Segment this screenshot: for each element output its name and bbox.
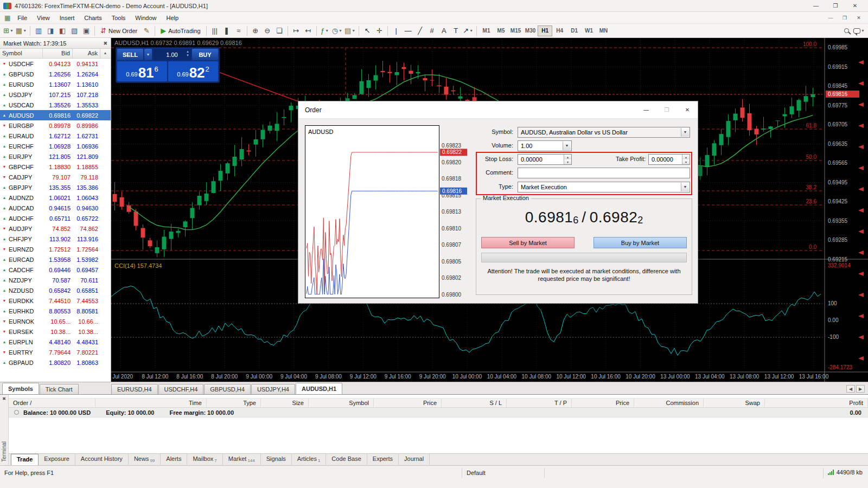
templates-button[interactable]: ▤▼ — [343, 25, 356, 37]
market-watch-row-eurgbp[interactable]: ▼EURGBP0.899780.89986 — [0, 120, 111, 131]
market-watch-row-usdcad[interactable]: ▲USDCAD1.355261.35533 — [0, 100, 111, 110]
market-watch-row-eurchf[interactable]: ▲EURCHF1.069281.06936 — [0, 141, 111, 151]
one-click-buy-button[interactable]: BUY — [192, 49, 218, 60]
one-click-sell-price[interactable]: 0.69816 — [117, 61, 167, 81]
order-dialog-titlebar[interactable]: Order — ❐ ✕ — [298, 101, 698, 119]
sell-by-market-button[interactable]: Sell by Market — [481, 237, 575, 248]
metaeditor-button[interactable]: ✎ — [141, 25, 152, 37]
terminal-column-swap[interactable]: Swap — [704, 399, 765, 407]
terminal-toggle[interactable]: ▧ — [68, 25, 80, 37]
one-click-sell-button[interactable]: SELL — [117, 49, 143, 60]
text-button[interactable]: A — [438, 25, 450, 37]
equidistant-channel-button[interactable]: # — [426, 25, 438, 37]
timeframe-m15-button[interactable]: M15 — [508, 25, 523, 36]
zoom-out-button[interactable]: ⊖ — [261, 25, 273, 37]
timeframe-h4-button[interactable]: H4 — [552, 25, 567, 36]
tab-scroll-right-icon[interactable]: ▶ — [856, 385, 865, 393]
terminal-tab-journal[interactable]: Journal — [399, 454, 430, 465]
chart-tab-usdchf-h4[interactable]: USDCHF,H4 — [158, 384, 204, 394]
arrows-button[interactable]: ↗▼ — [462, 25, 474, 37]
terminal-column-type[interactable]: Type — [207, 399, 261, 407]
horizontal-line-button[interactable]: — — [402, 25, 414, 37]
bar-chart-button[interactable]: ||| — [209, 25, 221, 37]
menu-file[interactable]: File — [12, 13, 32, 23]
market-watch-row-gbpjpy[interactable]: ▲GBPJPY135.355135.386 — [0, 182, 111, 192]
take-profit-spinner-icon[interactable]: ▲▼ — [682, 155, 690, 164]
terminal-tab-alerts[interactable]: Alerts — [161, 454, 187, 465]
child-close-button[interactable]: ✕ — [852, 13, 866, 23]
timeframe-h1-button[interactable]: H1 — [538, 25, 552, 36]
market-watch-row-eurhkd[interactable]: ▲EURHKD8.805538.80581 — [0, 306, 111, 316]
menu-tools[interactable]: Tools — [107, 13, 131, 23]
timeframe-m30-button[interactable]: M30 — [523, 25, 538, 36]
terminal-tab-mailbox[interactable]: Mailbox7 — [187, 454, 222, 465]
column-ask[interactable]: Ask — [73, 49, 100, 58]
chart-tab-gbpusd-h4[interactable]: GBPUSD,H4 — [204, 384, 251, 394]
market-watch-row-audcad[interactable]: ▲AUDCAD0.946150.94630 — [0, 203, 111, 213]
volume-select[interactable]: 1.00 ▼ — [518, 140, 572, 151]
market-watch-row-eurcad[interactable]: ▲EURCAD1.539581.53982 — [0, 254, 111, 265]
market-watch-row-cadjpy[interactable]: ▼CADJPY79.10779.118 — [0, 172, 111, 182]
market-watch-row-gbpchf[interactable]: ▼GBPCHF1.188301.18855 — [0, 162, 111, 172]
vertical-line-button[interactable]: | — [390, 25, 402, 37]
comment-input[interactable] — [518, 168, 690, 178]
terminal-tab-market[interactable]: Market144 — [223, 454, 261, 465]
terminal-close-icon[interactable]: ✖ — [0, 395, 8, 401]
one-click-volume-dropdown-icon[interactable]: ▼ — [144, 49, 152, 60]
new-order-button[interactable]: ⇵New Order — [97, 25, 141, 37]
chat-button[interactable]: ▼ — [852, 25, 866, 37]
market-watch-row-eurnzd[interactable]: ▼EURNZD1.725121.72564 — [0, 244, 111, 254]
trendline-button[interactable]: ╱ — [414, 25, 426, 37]
market-watch-row-nzdusd[interactable]: ▲NZDUSD0.658420.65851 — [0, 285, 111, 296]
market-watch-tab-tick-chart[interactable]: Tick Chart — [40, 384, 79, 394]
terminal-column-price[interactable]: Price — [572, 399, 634, 407]
indicators-button[interactable]: ƒ▼ — [319, 25, 331, 37]
market-watch-row-gbpaud[interactable]: ▲GBPAUD1.808201.80863 — [0, 357, 111, 368]
one-click-volume-input[interactable]: 1.00 ▲▼ — [153, 49, 191, 60]
timeframe-d1-button[interactable]: D1 — [567, 25, 582, 36]
market-watch-row-euraud[interactable]: ▲EURAUD1.627121.62731 — [0, 131, 111, 141]
chart-shift-button[interactable]: ↤ — [302, 25, 314, 37]
crosshair-button[interactable]: ✛ — [373, 25, 385, 37]
market-watch-row-eurtry[interactable]: ▼EURTRY7.796447.80221 — [0, 347, 111, 357]
terminal-column-symbol[interactable]: Symbol — [309, 399, 374, 407]
chart-tab-usdjpy-h4[interactable]: USDJPY,H4 — [251, 384, 295, 394]
candlestick-chart-button[interactable]: ❚ — [221, 25, 233, 37]
chart-tab-eurusd-h4[interactable]: EURUSD,H4 — [111, 384, 158, 394]
close-button[interactable]: ✕ — [845, 0, 865, 11]
market-watch-row-audusd[interactable]: ▲AUDUSD0.698160.69822 — [0, 110, 111, 120]
market-watch-tab-symbols[interactable]: Symbols — [2, 383, 39, 394]
timeframe-w1-button[interactable]: W1 — [582, 25, 596, 36]
terminal-tab-trade[interactable]: Trade — [11, 454, 39, 465]
market-watch-close-icon[interactable]: ✖ — [103, 41, 107, 46]
scroll-up-icon[interactable]: ▲ — [100, 49, 110, 58]
terminal-column-commission[interactable]: Commission — [634, 399, 704, 407]
status-profile[interactable]: Default — [462, 468, 545, 478]
market-watch-row-eursek[interactable]: ▼EURSEK10.38...10.38... — [0, 326, 111, 337]
timeframe-mn-button[interactable]: MN — [596, 25, 611, 36]
terminal-column-profit[interactable]: Profit — [765, 399, 868, 407]
market-watch-row-gbpusd[interactable]: ▲GBPUSD1.262561.26264 — [0, 69, 111, 79]
balance-row[interactable]: Balance: 10 000.00 USD Equity: 10 000.00… — [9, 408, 868, 418]
chart-tab-audusd-h1[interactable]: AUDUSD,H1 — [296, 383, 342, 394]
market-watch-row-audjpy[interactable]: ▼AUDJPY74.85274.862 — [0, 223, 111, 234]
terminal-tab-code-base[interactable]: Code Base — [326, 454, 367, 465]
tab-scroll-left-icon[interactable]: ◀ — [846, 385, 855, 393]
terminal-tab-exposure[interactable]: Exposure — [39, 454, 75, 465]
maximize-button[interactable]: ❐ — [826, 0, 845, 11]
market-watch-row-eurjpy[interactable]: ▲EURJPY121.805121.809 — [0, 151, 111, 162]
terminal-column-t-p[interactable]: T / P — [507, 399, 572, 407]
terminal-column-order-[interactable]: Order / — [9, 399, 95, 407]
market-watch-row-audchf[interactable]: ▲AUDCHF0.657110.65722 — [0, 213, 111, 223]
terminal-column-price[interactable]: Price — [374, 399, 442, 407]
market-watch-toggle[interactable]: ▥ — [33, 25, 44, 37]
volume-spinner-icon[interactable]: ▲▼ — [186, 50, 189, 57]
profiles-button[interactable]: ▦▼ — [15, 25, 28, 37]
market-watch-row-cadchf[interactable]: ▲CADCHF0.694460.69457 — [0, 265, 111, 275]
timeframe-m5-button[interactable]: M5 — [494, 25, 508, 36]
buy-by-market-button[interactable]: Buy by Market — [593, 237, 687, 248]
terminal-column-size[interactable]: Size — [261, 399, 309, 407]
search-button[interactable] — [840, 25, 852, 37]
strategy-tester-toggle[interactable]: ▣ — [80, 25, 92, 37]
symbol-select[interactable]: AUDUSD, Australian Dollar vs US Dollar ▼ — [518, 127, 690, 138]
